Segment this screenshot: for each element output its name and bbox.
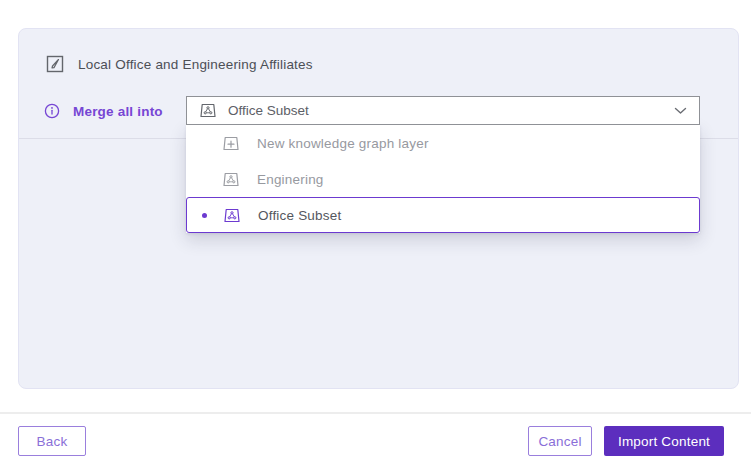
import-dialog: Local Office and Engineering Affiliates … — [0, 0, 751, 470]
back-button-label: Back — [37, 434, 68, 449]
dropdown-option-label: Office Subset — [258, 208, 341, 223]
source-layer-label: Local Office and Engineering Affiliates — [78, 57, 313, 72]
merge-target-dropdown-list: New knowledge graph layer Enginering — [186, 125, 700, 233]
footer-divider — [0, 412, 751, 414]
merge-all-into-row: Merge all into — [44, 100, 163, 122]
chevron-down-icon — [674, 107, 687, 115]
knowledge-graph-layer-icon — [223, 207, 241, 224]
back-button[interactable]: Back — [18, 426, 86, 456]
knowledge-graph-layer-icon — [199, 102, 217, 119]
dropdown-option-label: New knowledge graph layer — [257, 136, 429, 151]
new-knowledge-graph-layer-icon — [222, 135, 240, 152]
dropdown-option-enginering[interactable]: Enginering — [186, 161, 700, 197]
dropdown-option-office-subset[interactable]: Office Subset — [186, 197, 700, 233]
source-layer-row: Local Office and Engineering Affiliates — [46, 52, 313, 76]
info-icon[interactable] — [44, 103, 60, 119]
selected-indicator-dot — [202, 213, 207, 218]
cancel-button[interactable]: Cancel — [528, 426, 592, 456]
knowledge-graph-layer-icon — [222, 171, 240, 188]
dropdown-option-new-knowledge-graph-layer[interactable]: New knowledge graph layer — [186, 125, 700, 161]
import-content-button-label: Import Content — [618, 434, 710, 449]
merge-target-selected-value: Office Subset — [228, 103, 674, 118]
merge-all-into-label: Merge all into — [73, 104, 163, 119]
merge-target-select[interactable]: Office Subset — [186, 96, 700, 125]
dropdown-option-label: Enginering — [257, 172, 324, 187]
import-content-button[interactable]: Import Content — [604, 426, 724, 456]
layer-select-icon — [46, 55, 64, 73]
cancel-button-label: Cancel — [538, 434, 581, 449]
